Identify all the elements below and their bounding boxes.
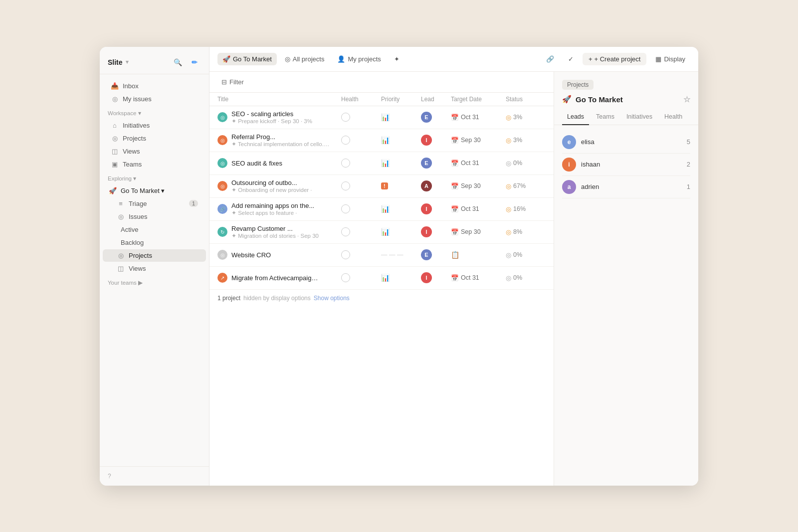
row-priority: 📊 (381, 228, 421, 236)
app-logo[interactable]: Slite ▾ (108, 58, 129, 66)
sidebar-nav: 📥 Inbox ◎ My issues Workspace ▾ ⌂ Initia… (100, 74, 209, 466)
main-header: 🚀 Go To Market ◎ All projects 👤 My proje… (209, 47, 698, 72)
table-row[interactable]: ↻ Revamp Customer ... ✦ Migration of old… (209, 221, 554, 244)
lead-avatar: E (421, 112, 432, 123)
sidebar-item-projects-sub[interactable]: ◎ Projects (103, 249, 206, 262)
workspace-section[interactable]: Workspace ▾ (100, 106, 209, 119)
panel-tab-teams[interactable]: Teams (591, 109, 619, 125)
lead-name: adrien (581, 183, 682, 190)
row-title-text: Website CRO (231, 251, 271, 259)
sidebar-item-views[interactable]: ◫ Views (103, 145, 206, 158)
show-options-link[interactable]: Show options (314, 295, 350, 302)
app-window: Slite ▾ 🔍 ✏ 📥 Inbox ◎ My issues Workspac… (100, 47, 698, 486)
row-title-cell: ◎ SEO - scaling articles ✦ Prepare kicko… (217, 110, 341, 125)
create-project-plus-icon: + (589, 55, 593, 63)
go-to-market-tab-icon: 🚀 (222, 55, 230, 63)
row-priority: — — — (381, 251, 421, 258)
check-button[interactable]: ✓ (563, 53, 579, 65)
lead-name: ishaan (581, 161, 682, 168)
sidebar-item-triage[interactable]: ≡ Triage 1 (103, 197, 206, 210)
right-panel: Projects 🚀 Go To Market ☆ Leads Teams In… (554, 72, 698, 486)
row-project-icon: ↗ (217, 273, 227, 283)
sidebar-item-inbox[interactable]: 📥 Inbox (103, 80, 206, 92)
col-status: Status (506, 96, 546, 103)
row-priority: 📊 (381, 274, 421, 282)
lead-count: 5 (687, 138, 690, 146)
sidebar-item-teams[interactable]: ▣ Teams (103, 158, 206, 171)
sidebar-item-issues[interactable]: ◎ Issues (103, 210, 206, 223)
table-row[interactable]: ◎ SEO - scaling articles ✦ Prepare kicko… (209, 106, 554, 129)
panel-tab-health[interactable]: Health (659, 109, 687, 125)
table-row[interactable]: ◎ Website CRO — — — E 📋 ◎0% (209, 244, 554, 267)
table-row[interactable]: 🔗 Add remaining apps on the... ✦ Select … (209, 198, 554, 221)
row-date: 📋 (451, 251, 506, 259)
tab-go-to-market[interactable]: 🚀 Go To Market (217, 53, 277, 65)
row-title-cell: ◎ Referral Prog... ✦ Technical implement… (217, 133, 341, 148)
panel-tab-initiatives[interactable]: Initiatives (621, 109, 657, 125)
filter-button[interactable]: ⊟ Filter (217, 77, 248, 87)
initiatives-icon: ⌂ (111, 122, 119, 129)
panel-tab-leads[interactable]: Leads (562, 109, 589, 125)
star-button[interactable]: ☆ (683, 95, 690, 104)
create-project-button[interactable]: + + Create project (583, 53, 646, 65)
search-button[interactable]: 🔍 (171, 56, 184, 69)
col-target-date: Target Date (451, 96, 506, 103)
row-title-cell: 🔗 Add remaining apps on the... ✦ Select … (217, 202, 341, 216)
tab-starred[interactable]: ✦ (389, 53, 404, 65)
row-title-text: Outsourcing of outbo... (231, 179, 312, 186)
row-date: 📅Sep 30 (451, 182, 506, 190)
lead-count: 1 (687, 183, 690, 190)
row-title-text: Migrate from Activecampaign to Loops (231, 274, 321, 282)
col-lead: Lead (421, 96, 451, 103)
all-projects-tab-icon: ◎ (285, 55, 290, 63)
list-item: a adrien 1 (562, 176, 690, 198)
lead-avatar: I (421, 272, 432, 283)
row-date: 📅Oct 31 (451, 274, 506, 282)
row-project-icon: ◎ (217, 181, 227, 191)
table-row[interactable]: ◎ Referral Prog... ✦ Technical implement… (209, 129, 554, 152)
table-row[interactable]: ◎ Outsourcing of outbo... ✦ Onboarding o… (209, 175, 554, 198)
triage-icon: ≡ (117, 200, 125, 207)
row-title-text: Revamp Customer ... (231, 225, 319, 232)
lead-avatar: A (421, 180, 432, 191)
tab-my-projects[interactable]: 👤 My projects (332, 53, 386, 65)
exploring-section[interactable]: Exploring ▾ (100, 171, 209, 184)
filter-icon: ⊟ (221, 78, 227, 86)
row-lead: E (421, 249, 451, 260)
content-area: ⊟ Filter Title Health Priority Lead Targ… (209, 72, 698, 486)
sidebar-toolbar: 🔍 ✏ (171, 56, 201, 69)
row-subtitle: ✦ Select apps to feature · (231, 209, 314, 216)
lead-avatar: E (421, 249, 432, 260)
row-health (341, 204, 381, 213)
your-teams-section[interactable]: Your teams ▶ (100, 275, 209, 288)
row-subtitle: ✦ Migration of old stories · Sep 30 (231, 232, 319, 239)
panel-header: Projects 🚀 Go To Market ☆ (554, 72, 698, 109)
row-priority: 📊 (381, 136, 421, 144)
display-button[interactable]: ▦ Display (650, 53, 690, 65)
panel-content: e elisa 5 i ishaan 2 a adrien 1 (554, 125, 698, 204)
sidebar-item-active[interactable]: Active (103, 223, 206, 236)
sidebar-item-go-to-market[interactable]: 🚀 Go To Market ▾ (103, 184, 206, 197)
row-title-cell: ↻ Revamp Customer ... ✦ Migration of old… (217, 225, 341, 239)
row-project-icon: ↻ (217, 227, 227, 237)
row-date: 📅Sep 30 (451, 228, 506, 236)
compose-button[interactable]: ✏ (188, 56, 201, 69)
row-date: 📅Sep 30 (451, 137, 506, 144)
help-button[interactable]: ? (100, 466, 209, 486)
lead-count: 2 (687, 161, 690, 168)
table-row[interactable]: ↗ Migrate from Activecampaign to Loops 📊… (209, 267, 554, 290)
sidebar-item-my-issues[interactable]: ◎ My issues (103, 93, 206, 105)
panel-title: 🚀 Go To Market ☆ (562, 95, 690, 104)
tab-all-projects[interactable]: ◎ All projects (280, 53, 330, 65)
list-item: e elisa 5 (562, 131, 690, 154)
table-row[interactable]: ◎ SEO audit & fixes 📊 E 📅Oct 31 ◎0% (209, 152, 554, 175)
row-title-cell: ◎ Outsourcing of outbo... ✦ Onboarding o… (217, 179, 341, 193)
link-button[interactable]: 🔗 (541, 53, 559, 65)
row-title-text: Referral Prog... (231, 133, 321, 141)
row-subtitle: ✦ Technical implementation of cello.so · (231, 141, 331, 148)
sidebar-item-projects[interactable]: ◎ Projects (103, 132, 206, 145)
sidebar-item-views-sub[interactable]: ◫ Views (103, 262, 206, 275)
sidebar-item-initiatives[interactable]: ⌂ Initiatives (103, 119, 206, 132)
lead-avatar-elisa: e (562, 135, 576, 149)
sidebar-item-backlog[interactable]: Backlog (103, 236, 206, 249)
